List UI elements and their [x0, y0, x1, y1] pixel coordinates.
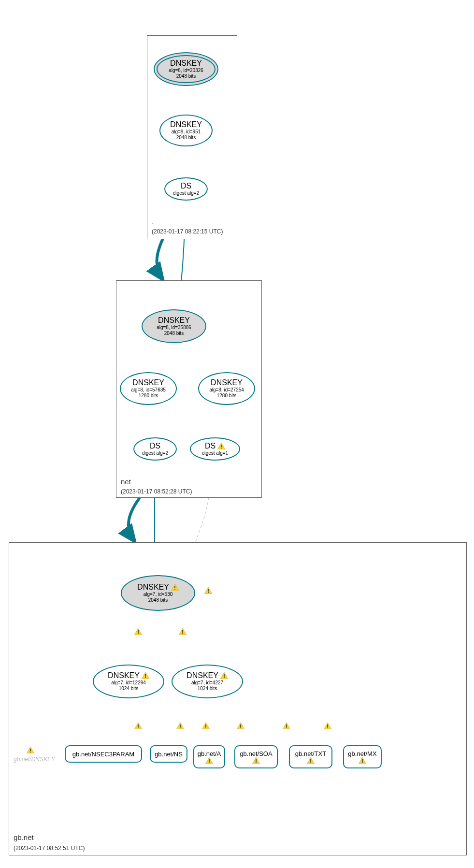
- node-sub1: alg=8, id=27254: [209, 387, 244, 393]
- zone-net-timestamp: (2023-01-17 08:52:28 UTC): [121, 488, 192, 495]
- node-sub1: alg=7, id=530: [144, 592, 173, 597]
- svg-rect-18: [205, 724, 206, 727]
- warning-icon: [142, 672, 149, 679]
- node-sub2: 2048 bits: [176, 135, 196, 141]
- node-sub1: alg=8, id=20326: [169, 68, 203, 73]
- node-sub2: 1024 bits: [198, 686, 217, 692]
- svg-rect-32: [310, 759, 311, 762]
- svg-rect-0: [221, 445, 222, 447]
- svg-rect-10: [145, 674, 146, 677]
- warning-icon: [217, 443, 225, 449]
- node-sub2: 1280 bits: [139, 393, 158, 399]
- warning-icon: [237, 723, 244, 731]
- svg-rect-26: [30, 749, 31, 751]
- node-title: DS: [181, 182, 191, 190]
- node-net-ksk: DNSKEY alg=8, id=35886 2048 bits: [142, 309, 206, 343]
- svg-rect-20: [240, 724, 241, 727]
- node-sub1: alg=7, id=4227: [191, 680, 223, 686]
- node-gb-zsk1: DNSKEY alg=7, id=12294 1024 bits: [93, 665, 164, 698]
- svg-rect-3: [174, 589, 175, 590]
- node-root-ds: DS digest alg=2: [164, 177, 208, 201]
- zone-root-timestamp: (2023-01-17 08:22:15 UTC): [152, 228, 223, 235]
- warning-icon: [134, 628, 142, 637]
- warning-icon: [307, 757, 315, 764]
- node-net-ds1: DS digest alg=2: [133, 437, 177, 461]
- node-title: DNSKEY: [170, 59, 202, 68]
- warning-icon: [220, 672, 228, 679]
- svg-rect-33: [310, 762, 311, 763]
- svg-rect-25: [327, 727, 328, 728]
- node-sub2: 1280 bits: [217, 393, 237, 399]
- svg-rect-21: [240, 727, 241, 728]
- leaf-label: gb.net/MX: [348, 750, 376, 757]
- svg-rect-6: [138, 630, 139, 633]
- zone-root-label: .: [152, 217, 154, 226]
- node-net-zsk1: DNSKEY alg=8, id=57635 1280 bits: [120, 372, 177, 405]
- svg-rect-5: [208, 592, 209, 593]
- svg-rect-17: [180, 727, 181, 728]
- svg-rect-13: [224, 677, 225, 678]
- node-sub1: alg=8, id=35886: [157, 325, 191, 331]
- warning-icon: [283, 723, 290, 731]
- leaf-ns: gb.net/NS: [150, 745, 187, 763]
- svg-rect-28: [209, 759, 210, 762]
- node-sub1: digest alg=2: [142, 450, 168, 456]
- warning-icon: [359, 757, 366, 764]
- warning-icon: [134, 723, 142, 731]
- leaf-label: gb.net/NS: [155, 751, 183, 758]
- svg-rect-2: [174, 586, 175, 588]
- warning-icon: [324, 723, 331, 731]
- warning-icon: [204, 587, 212, 596]
- svg-rect-35: [362, 762, 363, 763]
- leaf-label: gb.net/NSEC3PARAM: [72, 751, 134, 758]
- warning-icon: [27, 747, 34, 755]
- node-title: DNSKEY: [108, 671, 140, 680]
- node-title: DNSKEY: [211, 378, 243, 387]
- warning-icon: [176, 723, 184, 731]
- node-gb-ksk: DNSKEY alg=7, id=530 2048 bits: [121, 575, 195, 611]
- node-title: DNSKEY: [158, 316, 190, 325]
- warning-icon: [171, 584, 179, 591]
- node-sub1: digest alg=2: [173, 190, 199, 196]
- node-root-ksk: DNSKEY alg=8, id=20326 2048 bits: [154, 52, 218, 86]
- svg-rect-22: [286, 724, 287, 727]
- node-sub2: 1024 bits: [119, 686, 139, 692]
- node-sub1: alg=7, id=12294: [111, 680, 146, 686]
- svg-rect-30: [256, 759, 257, 762]
- svg-rect-15: [138, 727, 139, 728]
- node-sub2: 2048 bits: [164, 331, 184, 336]
- node-sub1: alg=8, id=951: [172, 129, 201, 135]
- leaf-label: gb.net/SOA: [240, 750, 272, 757]
- leaf-nsec3param: gb.net/NSEC3PARAM: [65, 745, 142, 763]
- leaf-soa: gb.net/SOA: [234, 745, 278, 768]
- svg-rect-7: [138, 633, 139, 634]
- warning-icon: [179, 628, 187, 637]
- zone-gb-timestamp: (2023-01-17 08:52:51 UTC): [14, 845, 85, 852]
- svg-rect-1: [221, 448, 222, 448]
- svg-rect-34: [362, 759, 363, 762]
- leaf-a: gb.net/A: [193, 745, 225, 768]
- svg-rect-14: [138, 724, 139, 727]
- gray-dnskey-label: gb.net/DNSKEY: [14, 756, 55, 763]
- node-title: DS: [205, 442, 215, 450]
- node-title: DNSKEY: [132, 378, 164, 387]
- zone-gb: [9, 542, 467, 855]
- node-sub1: alg=8, id=57635: [131, 387, 166, 393]
- node-sub1: digest alg=1: [202, 450, 228, 456]
- svg-rect-23: [286, 727, 287, 728]
- node-sub2: 2048 bits: [176, 73, 196, 79]
- svg-rect-12: [224, 674, 225, 677]
- node-sub2: 2048 bits: [148, 597, 168, 603]
- svg-rect-16: [180, 724, 181, 727]
- node-title: DNSKEY: [187, 671, 218, 680]
- node-gb-zsk2: DNSKEY alg=7, id=4227 1024 bits: [172, 665, 243, 698]
- node-net-ds2: DS digest alg=1: [190, 437, 240, 461]
- zone-net-label: net: [121, 477, 131, 486]
- svg-rect-29: [209, 762, 210, 763]
- svg-rect-27: [30, 752, 31, 752]
- node-title: DNSKEY: [170, 120, 202, 129]
- svg-rect-8: [182, 630, 183, 633]
- warning-icon: [202, 723, 210, 731]
- svg-rect-4: [208, 589, 209, 592]
- leaf-txt: gb.net/TXT: [289, 745, 332, 768]
